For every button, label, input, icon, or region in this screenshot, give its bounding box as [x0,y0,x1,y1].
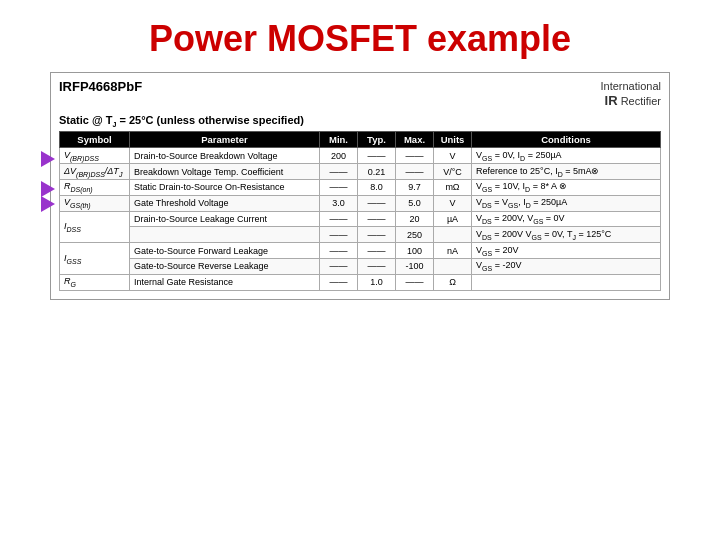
cell-parameter: Drain-to-Source Breakdown Voltage [130,148,320,164]
cell-min: —— [320,164,358,180]
cell-conditions: VDS = 200V, VGS = 0V [472,211,661,227]
cell-min: —— [320,211,358,227]
arrow-icon-4 [41,196,55,212]
cell-units: V [434,195,472,211]
cell-units [434,227,472,243]
col-header-max: Max. [396,132,434,148]
cell-min: —— [320,243,358,259]
cell-typ: —— [358,243,396,259]
cell-parameter [130,227,320,243]
cell-conditions [472,274,661,290]
cell-symbol: RDS(on) [60,179,130,195]
static-header: Static @ TJ = 25°C (unless otherwise spe… [59,114,661,128]
cell-min: —— [320,227,358,243]
cell-symbol: IDSS [60,211,130,243]
col-header-parameter: Parameter [130,132,320,148]
col-header-units: Units [434,132,472,148]
cell-units: mΩ [434,179,472,195]
col-header-symbol: Symbol [60,132,130,148]
table-row: IGSS Gate-to-Source Forward Leakage —— —… [60,243,661,259]
cell-max: -100 [396,258,434,274]
cell-symbol: RG [60,274,130,290]
cell-typ: —— [358,211,396,227]
cell-typ: 8.0 [358,179,396,195]
cell-max: —— [396,148,434,164]
cell-typ: —— [358,195,396,211]
arrow-icon-3 [41,181,55,197]
cell-units [434,258,472,274]
arrows-overlay [41,151,55,211]
brand-line2: Rectifier [621,95,661,107]
cell-conditions: VDS = VGS, ID = 250µA [472,195,661,211]
cell-parameter: Static Drain-to-Source On-Resistance [130,179,320,195]
cell-max: —— [396,274,434,290]
cell-max: —— [396,164,434,180]
cell-conditions: VGS = 20V [472,243,661,259]
cell-conditions: VGS = -20V [472,258,661,274]
header-row: IRFP4668PbF International IR Rectifier [59,79,661,110]
cell-min: 200 [320,148,358,164]
cell-symbol: V(BR)DSS [60,148,130,164]
arrow-row-4 [41,196,55,211]
cell-typ: 0.21 [358,164,396,180]
cell-min: —— [320,258,358,274]
page-title: Power MOSFET example [20,18,700,60]
col-header-typ: Typ. [358,132,396,148]
table-row: Gate-to-Source Reverse Leakage —— —— -10… [60,258,661,274]
arrow-row-1 [41,151,55,166]
table-header-row: Symbol Parameter Min. Typ. Max. Units Co… [60,132,661,148]
table-body: V(BR)DSS Drain-to-Source Breakdown Volta… [60,148,661,290]
cell-typ: 1.0 [358,274,396,290]
cell-conditions: VGS = 10V, ID = 8* A ⊗ [472,179,661,195]
cell-min: 3.0 [320,195,358,211]
table-wrapper: Symbol Parameter Min. Typ. Max. Units Co… [59,131,661,290]
table-row: ΔV(BR)DSS/ΔTJ Breakdown Voltage Temp. Co… [60,164,661,180]
cell-min: —— [320,274,358,290]
cell-conditions: VGS = 0V, ID = 250µA [472,148,661,164]
arrow-row-3 [41,181,55,196]
cell-symbol: IGSS [60,243,130,275]
cell-parameter: Internal Gate Resistance [130,274,320,290]
cell-min: —— [320,179,358,195]
table-row: RDS(on) Static Drain-to-Source On-Resist… [60,179,661,195]
col-header-conditions: Conditions [472,132,661,148]
cell-units: V/°C [434,164,472,180]
cell-max: 250 [396,227,434,243]
arrow-icon-1 [41,151,55,167]
cell-conditions: VDS = 200V VGS = 0V, TJ = 125°C [472,227,661,243]
cell-typ: —— [358,258,396,274]
cell-units: nA [434,243,472,259]
arrow-spacer-2 [41,166,55,181]
cell-max: 100 [396,243,434,259]
page: Power MOSFET example IRFP4668PbF Interna… [0,0,720,540]
brand-ir: IR [605,93,618,108]
cell-symbol: ΔV(BR)DSS/ΔTJ [60,164,130,180]
cell-parameter: Breakdown Voltage Temp. Coefficient [130,164,320,180]
cell-parameter: Gate-to-Source Reverse Leakage [130,258,320,274]
table-row: VGS(th) Gate Threshold Voltage 3.0 —— 5.… [60,195,661,211]
datasheet-box: IRFP4668PbF International IR Rectifier S… [50,72,670,300]
cell-parameter: Drain-to-Source Leakage Current [130,211,320,227]
part-number: IRFP4668PbF [59,79,142,94]
table-row: —— —— 250 VDS = 200V VGS = 0V, TJ = 125°… [60,227,661,243]
cell-units: V [434,148,472,164]
cell-max: 5.0 [396,195,434,211]
table-row: V(BR)DSS Drain-to-Source Breakdown Volta… [60,148,661,164]
cell-typ: —— [358,148,396,164]
param-table: Symbol Parameter Min. Typ. Max. Units Co… [59,131,661,290]
cell-parameter: Gate Threshold Voltage [130,195,320,211]
cell-parameter: Gate-to-Source Forward Leakage [130,243,320,259]
cell-max: 9.7 [396,179,434,195]
cell-conditions: Reference to 25°C, ID = 5mA⊗ [472,164,661,180]
cell-max: 20 [396,211,434,227]
cell-units: µA [434,211,472,227]
cell-symbol: VGS(th) [60,195,130,211]
brand: International IR Rectifier [600,79,661,110]
table-row: RG Internal Gate Resistance —— 1.0 —— Ω [60,274,661,290]
col-header-min: Min. [320,132,358,148]
cell-units: Ω [434,274,472,290]
cell-typ: —— [358,227,396,243]
brand-line1: International [600,80,661,92]
table-row: IDSS Drain-to-Source Leakage Current —— … [60,211,661,227]
